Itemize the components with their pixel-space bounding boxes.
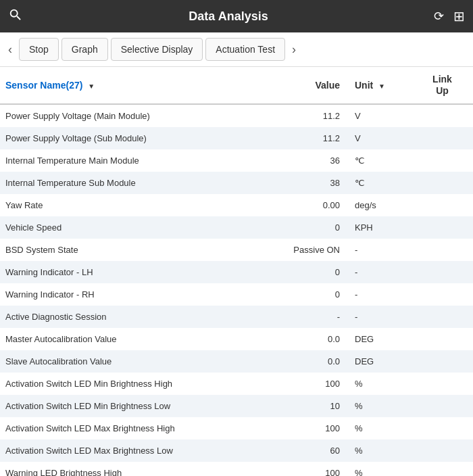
table-row: Activation Switch LED Min Brightness Hig… — [0, 373, 473, 395]
col-unit-header[interactable]: Unit ▼ — [345, 67, 412, 104]
refresh-icon[interactable]: ⟳ — [434, 9, 444, 24]
header-title: Data Analysis — [23, 9, 434, 24]
value-cell: 100 — [260, 462, 345, 476]
value-cell: 0 — [260, 216, 345, 239]
sensor-name-cell: Vehicle Speed — [0, 216, 260, 239]
linkup-cell — [412, 439, 473, 462]
table-row: Warning LED Brightness High100% — [0, 462, 473, 476]
unit-cell: % — [345, 439, 412, 462]
stop-button[interactable]: Stop — [19, 38, 59, 61]
table-row: Power Supply Voltage (Main Module)11.2V — [0, 104, 473, 127]
header-left — [8, 7, 23, 26]
grid-icon[interactable]: ⊞ — [453, 8, 465, 24]
table-row: Activation Switch LED Min Brightness Low… — [0, 395, 473, 417]
sensor-name-cell: Slave Autocalibration Value — [0, 350, 260, 373]
graph-button[interactable]: Graph — [61, 38, 108, 61]
linkup-cell — [412, 149, 473, 172]
sensor-name-cell: Activation Switch LED Min Brightness Hig… — [0, 373, 260, 395]
table-row: Power Supply Voltage (Sub Module)11.2V — [0, 127, 473, 149]
value-cell: 0 — [260, 283, 345, 306]
table-row: Active Diagnostic Session-- — [0, 306, 473, 328]
selective-display-button[interactable]: Selective Display — [111, 38, 203, 61]
value-cell: 60 — [260, 439, 345, 462]
sensor-name-cell: Activation Switch LED Max Brightness Low — [0, 439, 260, 462]
sensor-name-cell: Activation Switch LED Max Brightness Hig… — [0, 417, 260, 439]
unit-cell: ℃ — [345, 149, 412, 172]
linkup-cell — [412, 395, 473, 417]
sensor-name-cell: Activation Switch LED Min Brightness Low — [0, 395, 260, 417]
sort-arrow-unit: ▼ — [378, 82, 385, 90]
actuation-test-button[interactable]: Actuation Test — [205, 38, 285, 61]
linkup-cell — [412, 261, 473, 283]
unit-cell: V — [345, 104, 412, 127]
linkup-cell — [412, 172, 473, 194]
data-table: Sensor Name(27) ▼ Value Unit ▼ LinkUp Po… — [0, 67, 473, 476]
unit-cell: - — [345, 306, 412, 328]
sensor-name-cell: Warning Indicator - RH — [0, 283, 260, 306]
unit-cell: - — [345, 283, 412, 306]
table-area[interactable]: Sensor Name(27) ▼ Value Unit ▼ LinkUp Po… — [0, 67, 473, 476]
linkup-cell — [412, 328, 473, 350]
value-cell: - — [260, 306, 345, 328]
linkup-cell — [412, 373, 473, 395]
value-cell: 0.0 — [260, 328, 345, 350]
value-cell: 0.00 — [260, 194, 345, 216]
unit-cell: % — [345, 395, 412, 417]
table-row: Internal Temperature Main Module36℃ — [0, 149, 473, 172]
unit-cell: - — [345, 261, 412, 283]
value-cell: 11.2 — [260, 104, 345, 127]
sensor-name-cell: Yaw Rate — [0, 194, 260, 216]
value-cell: 100 — [260, 417, 345, 439]
unit-cell: ℃ — [345, 172, 412, 194]
linkup-cell — [412, 306, 473, 328]
unit-cell: % — [345, 373, 412, 395]
toolbar: ‹ Stop Graph Selective Display Actuation… — [0, 32, 473, 67]
col-linkup-header[interactable]: LinkUp — [412, 67, 473, 104]
col-value-header[interactable]: Value — [260, 67, 345, 104]
linkup-cell — [412, 216, 473, 239]
table-row: Warning Indicator - RH0- — [0, 283, 473, 306]
prev-button[interactable]: ‹ — [4, 40, 16, 60]
sensor-name-cell: Master Autocalibration Value — [0, 328, 260, 350]
value-cell: 10 — [260, 395, 345, 417]
sort-arrow-sensor: ▼ — [88, 82, 95, 90]
linkup-cell — [412, 127, 473, 149]
unit-cell: - — [345, 239, 412, 261]
table-row: Warning Indicator - LH0- — [0, 261, 473, 283]
unit-cell: KPH — [345, 216, 412, 239]
value-cell: 11.2 — [260, 127, 345, 149]
search-icon[interactable] — [8, 7, 23, 26]
linkup-cell — [412, 350, 473, 373]
col-sensor-header[interactable]: Sensor Name(27) ▼ — [0, 67, 260, 104]
table-row: BSD System StatePassive ON- — [0, 239, 473, 261]
sensor-name-cell: Active Diagnostic Session — [0, 306, 260, 328]
table-row: Yaw Rate0.00deg/s — [0, 194, 473, 216]
linkup-cell — [412, 417, 473, 439]
value-cell: 38 — [260, 172, 345, 194]
value-cell: 0.0 — [260, 350, 345, 373]
header: Data Analysis ⟳ ⊞ — [0, 0, 473, 32]
table-row: Master Autocalibration Value0.0DEG — [0, 328, 473, 350]
linkup-cell — [412, 104, 473, 127]
table-row: Internal Temperature Sub Module38℃ — [0, 172, 473, 194]
next-button[interactable]: › — [288, 40, 300, 60]
table-body: Power Supply Voltage (Main Module)11.2VP… — [0, 104, 473, 476]
sensor-name-cell: Power Supply Voltage (Sub Module) — [0, 127, 260, 149]
unit-cell: V — [345, 127, 412, 149]
table-row: Activation Switch LED Max Brightness Low… — [0, 439, 473, 462]
sensor-name-cell: Internal Temperature Sub Module — [0, 172, 260, 194]
sensor-name-cell: Warning LED Brightness High — [0, 462, 260, 476]
sensor-name-cell: BSD System State — [0, 239, 260, 261]
unit-cell: % — [345, 462, 412, 476]
linkup-cell — [412, 283, 473, 306]
sensor-name-cell: Warning Indicator - LH — [0, 261, 260, 283]
header-icons: ⟳ ⊞ — [434, 8, 465, 24]
value-cell: 0 — [260, 261, 345, 283]
linkup-cell — [412, 194, 473, 216]
table-row: Vehicle Speed0KPH — [0, 216, 473, 239]
table-row: Slave Autocalibration Value0.0DEG — [0, 350, 473, 373]
sensor-name-cell: Internal Temperature Main Module — [0, 149, 260, 172]
linkup-cell — [412, 462, 473, 476]
unit-cell: % — [345, 417, 412, 439]
value-cell: Passive ON — [260, 239, 345, 261]
